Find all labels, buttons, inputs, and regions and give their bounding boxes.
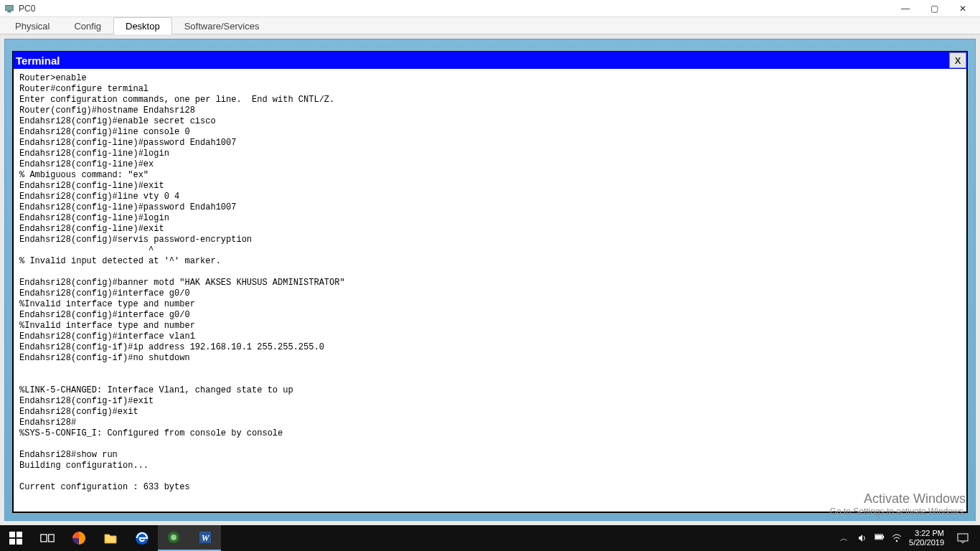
workspace: Terminal X Router>enable Router#configur…	[0, 34, 980, 525]
app-window: PC0 — ▢ ✕ Physical Config Desktop Softwa…	[0, 0, 980, 525]
titlebar[interactable]: PC0 — ▢ ✕	[0, 0, 980, 17]
system-tray[interactable]: ︿ 3:22 PM 5/20/2019	[840, 525, 980, 551]
terminal-titlebar[interactable]: Terminal X	[13, 52, 967, 69]
taskbar-edge[interactable]	[126, 525, 158, 551]
svg-rect-16	[875, 535, 882, 539]
tab-config[interactable]: Config	[62, 17, 113, 34]
svg-rect-0	[6, 5, 14, 10]
svg-rect-3	[17, 532, 22, 537]
window-controls: — ▢ ✕	[891, 1, 977, 17]
tab-physical[interactable]: Physical	[3, 17, 62, 34]
svg-point-17	[896, 540, 897, 542]
taskbar-time: 3:22 PM	[909, 529, 944, 538]
svg-rect-7	[49, 534, 55, 542]
close-button[interactable]: ✕	[948, 1, 977, 17]
terminal-close-button[interactable]: X	[949, 52, 966, 68]
folder-icon	[103, 531, 118, 545]
packettracer-icon	[166, 530, 181, 545]
svg-rect-18	[958, 534, 968, 541]
start-button[interactable]	[0, 525, 32, 551]
svg-text:W: W	[202, 533, 210, 543]
taskbar-clock[interactable]: 3:22 PM 5/20/2019	[909, 529, 944, 547]
taskview-icon	[40, 531, 55, 545]
svg-rect-2	[9, 532, 15, 537]
svg-rect-4	[9, 539, 15, 545]
terminal-title: Terminal	[16, 55, 949, 67]
tab-bar: Physical Config Desktop Software/Service…	[0, 17, 980, 34]
windows-icon	[9, 531, 23, 545]
terminal-output[interactable]: Router>enable Router#configure terminal …	[13, 69, 967, 512]
firefox-icon	[72, 531, 86, 545]
tab-desktop[interactable]: Desktop	[113, 17, 172, 34]
taskbar-date: 5/20/2019	[909, 538, 944, 547]
window-title: PC0	[19, 4, 891, 14]
minimize-button[interactable]: —	[891, 1, 920, 17]
taskview-button[interactable]	[32, 525, 63, 551]
maximize-button[interactable]: ▢	[920, 1, 948, 17]
taskbar[interactable]: W ︿ 3:22 PM 5/20/2019	[0, 525, 980, 551]
taskbar-firefox[interactable]	[63, 525, 95, 551]
word-icon: W	[198, 530, 212, 545]
edge-icon	[135, 531, 149, 545]
tray-chevron-icon[interactable]: ︿	[840, 533, 850, 543]
wifi-icon[interactable]	[892, 533, 902, 543]
action-center-button[interactable]	[951, 525, 974, 551]
terminal-window: Terminal X Router>enable Router#configur…	[12, 51, 968, 513]
taskbar-explorer[interactable]	[95, 525, 126, 551]
svg-rect-15	[882, 536, 884, 539]
desktop-panel: Terminal X Router>enable Router#configur…	[4, 39, 976, 521]
svg-rect-5	[17, 539, 22, 545]
battery-icon[interactable]	[875, 533, 885, 543]
pc-icon	[4, 4, 14, 14]
volume-icon[interactable]	[857, 533, 867, 543]
svg-point-11	[171, 534, 176, 540]
taskbar-word[interactable]: W	[189, 525, 221, 551]
svg-rect-6	[41, 534, 47, 542]
notification-icon	[957, 532, 969, 544]
tab-software[interactable]: Software/Services	[172, 17, 272, 34]
svg-rect-1	[7, 11, 11, 12]
taskbar-packettracer[interactable]	[158, 525, 189, 551]
